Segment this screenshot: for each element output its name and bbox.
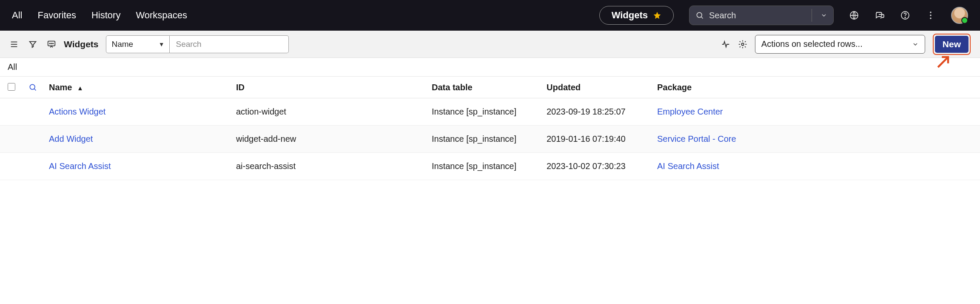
column-checkbox (0, 77, 23, 98)
row-icon-cell (23, 126, 43, 153)
chat-icon[interactable] (875, 10, 885, 20)
row-updated-cell: 2023-10-02 07:30:23 (541, 153, 651, 180)
row-icon-cell (23, 98, 43, 126)
svg-point-13 (51, 43, 51, 43)
nav-favorites[interactable]: Favorites (37, 10, 76, 21)
row-datatable-cell: Instance [sp_instance] (426, 126, 541, 153)
column-id-header[interactable]: ID (230, 77, 426, 98)
svg-point-12 (50, 43, 50, 43)
column-name-header[interactable]: Name ▲ (43, 77, 230, 98)
star-icon (653, 11, 661, 20)
row-package-link[interactable]: Service Portal - Core (657, 134, 736, 143)
svg-point-17 (30, 84, 35, 89)
globe-icon[interactable] (849, 10, 859, 20)
sort-asc-icon: ▲ (77, 84, 83, 92)
breadcrumb-text: All (8, 62, 17, 72)
row-checkbox-cell (0, 98, 23, 126)
widgets-table: Name ▲ ID Data table Updated Package Act… (0, 77, 980, 180)
topnav-links: All Favorites History Workspaces (12, 10, 187, 21)
list-search-placeholder: Search (176, 40, 201, 49)
row-id-cell: action-widget (230, 98, 426, 126)
list-title: Widgets (64, 39, 98, 49)
col-package-label: Package (657, 83, 692, 92)
col-datatable-label: Data table (432, 83, 473, 92)
row-name-link[interactable]: Add Widget (49, 134, 93, 143)
row-updated-cell: 2019-01-16 07:19:40 (541, 126, 651, 153)
svg-line-16 (938, 57, 948, 67)
new-button-label: New (943, 39, 961, 49)
col-updated-label: Updated (547, 83, 581, 92)
svg-line-18 (34, 89, 36, 91)
caret-down-icon: ▼ (159, 41, 165, 48)
global-search-box[interactable]: Search (689, 6, 834, 25)
col-id-label: ID (236, 83, 245, 92)
table-row: Add Widgetwidget-add-newInstance [sp_ins… (0, 126, 980, 153)
arrow-annotation-icon (934, 52, 953, 71)
row-package-link[interactable]: Employee Center (657, 107, 723, 116)
actions-on-selected-dropdown[interactable]: Actions on selected rows... (755, 35, 925, 54)
row-datatable-cell: Instance [sp_instance] (426, 98, 541, 126)
more-vertical-icon[interactable] (926, 10, 936, 20)
nav-workspaces[interactable]: Workspaces (136, 10, 187, 21)
svg-point-0 (697, 12, 702, 17)
column-quicksearch[interactable] (23, 77, 43, 98)
chevron-down-icon (912, 41, 919, 48)
row-datatable-cell: Instance [sp_instance] (426, 153, 541, 180)
table-row: Actions Widgetaction-widgetInstance [sp_… (0, 98, 980, 126)
menu-icon[interactable] (9, 40, 19, 49)
svg-line-1 (701, 17, 703, 19)
nav-history[interactable]: History (91, 10, 120, 21)
column-updated-header[interactable]: Updated (541, 77, 651, 98)
row-id-cell: ai-search-assist (230, 153, 426, 180)
filter-icon[interactable] (28, 40, 37, 49)
table-row: AI Search Assistai-search-assistInstance… (0, 153, 980, 180)
row-id-cell: widget-add-new (230, 126, 426, 153)
svg-point-5 (930, 11, 932, 13)
row-package-link[interactable]: AI Search Assist (657, 161, 719, 171)
row-checkbox-cell (0, 126, 23, 153)
list-search-input[interactable]: Search (170, 35, 289, 53)
svg-point-7 (930, 17, 932, 19)
search-icon (695, 11, 704, 20)
list-toolbar: Widgets Name ▼ Search Actions on selecte… (0, 31, 980, 58)
breadcrumb-all[interactable]: All (0, 58, 980, 77)
svg-point-4 (905, 17, 906, 18)
search-field-picker[interactable]: Name ▼ (106, 35, 170, 53)
divider (812, 9, 812, 22)
favorite-widgets-pill[interactable]: Widgets (599, 6, 674, 25)
new-button-highlight: New (933, 34, 971, 55)
row-name-link[interactable]: Actions Widget (49, 107, 105, 116)
avatar[interactable] (951, 7, 968, 24)
row-icon-cell (23, 153, 43, 180)
global-search-placeholder: Search (709, 11, 803, 20)
row-updated-cell: 2023-09-19 18:25:07 (541, 98, 651, 126)
top-nav: All Favorites History Workspaces Widgets… (0, 0, 980, 31)
feedback-icon[interactable] (47, 40, 56, 49)
column-package-header[interactable]: Package (651, 77, 980, 98)
col-name-label: Name (49, 83, 72, 92)
new-button[interactable]: New (935, 36, 969, 53)
settings-gear-icon[interactable] (738, 40, 747, 49)
svg-point-6 (930, 14, 932, 16)
actions-placeholder: Actions on selected rows... (761, 39, 863, 49)
help-icon[interactable] (900, 10, 910, 20)
favorite-pill-label: Widgets (612, 10, 648, 21)
svg-point-15 (741, 43, 744, 46)
activity-icon[interactable] (721, 40, 730, 49)
row-checkbox-cell (0, 153, 23, 180)
svg-point-14 (53, 43, 53, 43)
column-datatable-header[interactable]: Data table (426, 77, 541, 98)
row-name-link[interactable]: AI Search Assist (49, 161, 111, 171)
select-all-checkbox[interactable] (8, 83, 15, 91)
field-picker-value: Name (111, 40, 133, 49)
chevron-down-icon[interactable] (820, 12, 827, 19)
nav-all[interactable]: All (12, 10, 22, 21)
